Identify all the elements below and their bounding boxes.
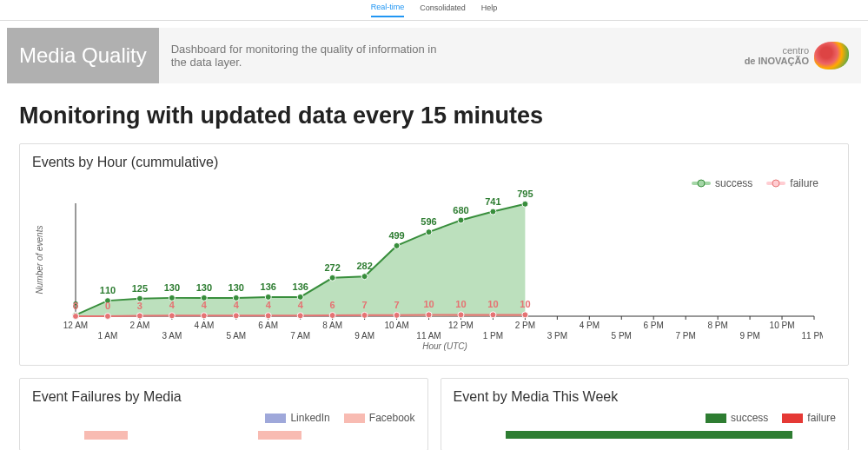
svg-text:12 AM: 12 AM [63,321,88,330]
svg-text:10: 10 [487,299,498,309]
svg-point-64 [265,294,271,300]
chart-svg: 12 AM1 AM2 AM3 AM4 AM5 AM6 AM7 AM8 AM9 A… [32,177,823,351]
svg-text:5 AM: 5 AM [226,331,246,341]
svg-text:680: 680 [453,205,468,215]
svg-text:10 PM: 10 PM [770,321,795,330]
card-by-media-week: Event by Media This Week success failure [441,378,850,450]
svg-text:7 PM: 7 PM [676,331,696,341]
brand-logo: centro de INOVAÇÃO [745,42,849,69]
svg-text:7: 7 [362,300,368,310]
svg-text:10: 10 [423,299,434,309]
card-failures-by-media: Event Failures by Media LinkedIn Faceboo… [19,378,428,450]
svg-text:596: 596 [421,216,436,227]
chart2-bars-peek [32,431,415,440]
svg-point-94 [265,313,271,319]
card-title: Event Failures by Media [32,389,415,405]
svg-point-110 [522,312,528,318]
chart3-bars-peek [454,431,837,439]
chart3-legend: success failure [454,412,837,424]
legend-failure: failure [766,177,818,189]
svg-text:795: 795 [517,189,533,199]
legend-failure2-label: failure [807,412,836,424]
svg-point-66 [297,294,303,300]
svg-text:125: 125 [132,283,148,294]
chart2-legend: LinkedIn Facebook [32,412,415,424]
svg-text:4: 4 [202,300,208,310]
svg-point-74 [426,229,432,235]
svg-text:110: 110 [100,285,116,295]
svg-point-100 [361,312,368,318]
page-title: Monitoring with updated data every 15 mi… [19,103,849,129]
svg-point-88 [169,313,175,319]
brand-logo-icon [814,42,849,69]
svg-text:741: 741 [485,196,500,207]
svg-text:282: 282 [356,261,372,271]
svg-text:130: 130 [196,282,212,293]
svg-point-68 [329,275,335,281]
legend-failure2: failure [782,412,836,424]
svg-text:136: 136 [293,281,308,292]
tab-help[interactable]: Help [481,3,498,17]
svg-text:3 AM: 3 AM [162,331,182,341]
svg-text:4: 4 [266,300,272,310]
svg-text:0: 0 [73,301,78,311]
svg-text:130: 130 [229,282,244,293]
svg-text:3: 3 [137,301,142,311]
legend-success-icon [692,182,711,185]
svg-text:4 PM: 4 PM [580,321,600,330]
svg-text:10: 10 [455,299,466,309]
legend-success2-label: success [731,412,768,424]
legend-linkedin-icon [265,414,286,423]
svg-text:136: 136 [261,281,276,292]
svg-point-90 [201,313,207,319]
svg-point-108 [490,312,496,318]
svg-point-104 [426,312,432,318]
svg-text:499: 499 [388,230,404,241]
chart-legend: success failure [692,177,818,189]
svg-point-102 [394,312,400,318]
svg-text:4: 4 [298,300,304,310]
svg-point-84 [104,314,110,320]
card-title: Events by Hour (cummulative) [32,155,836,170]
svg-text:4 AM: 4 AM [194,321,214,330]
svg-text:11 AM: 11 AM [416,331,441,341]
svg-text:Hour (UTC): Hour (UTC) [422,341,467,351]
legend-failure-label: failure [790,177,818,189]
svg-text:6: 6 [330,300,335,310]
svg-point-76 [458,217,464,223]
svg-point-82 [73,314,79,320]
chart-events-by-hour: success failure 12 AM1 AM2 AM3 AM4 AM5 A… [32,177,836,354]
svg-text:8 AM: 8 AM [322,321,342,330]
svg-text:10: 10 [520,299,530,309]
svg-text:4: 4 [234,300,240,310]
tab-consolidated[interactable]: Consolidated [420,3,466,17]
brand-line1: centro [745,45,809,56]
card-title: Event by Media This Week [454,389,837,405]
svg-point-106 [458,312,464,318]
svg-point-86 [136,313,142,319]
svg-text:12 PM: 12 PM [448,321,474,330]
svg-text:5 PM: 5 PM [612,331,632,341]
legend-facebook-label: Facebook [369,412,415,424]
header: Media Quality Dashboard for monitoring t… [7,28,861,83]
legend-success: success [692,177,752,189]
svg-text:11 PM: 11 PM [802,331,823,341]
svg-point-80 [522,201,528,207]
svg-text:8 PM: 8 PM [707,321,727,330]
svg-text:6 AM: 6 AM [258,321,278,330]
desc-text: Dashboard for monitoring the quality of … [171,43,449,69]
svg-text:7: 7 [394,300,400,310]
legend-facebook: Facebook [344,412,415,424]
tab-realtime[interactable]: Real-time [371,3,405,17]
svg-point-98 [329,313,335,319]
legend-linkedin-label: LinkedIn [290,412,329,424]
legend-success-label: success [715,177,752,189]
svg-point-72 [394,242,400,248]
svg-text:0: 0 [105,301,110,311]
svg-text:9 PM: 9 PM [739,331,759,341]
svg-text:2 AM: 2 AM [130,321,150,330]
svg-text:6 PM: 6 PM [644,321,664,330]
svg-text:7 AM: 7 AM [290,331,310,341]
legend-failure-icon [766,182,785,185]
svg-text:1 AM: 1 AM [98,331,118,341]
